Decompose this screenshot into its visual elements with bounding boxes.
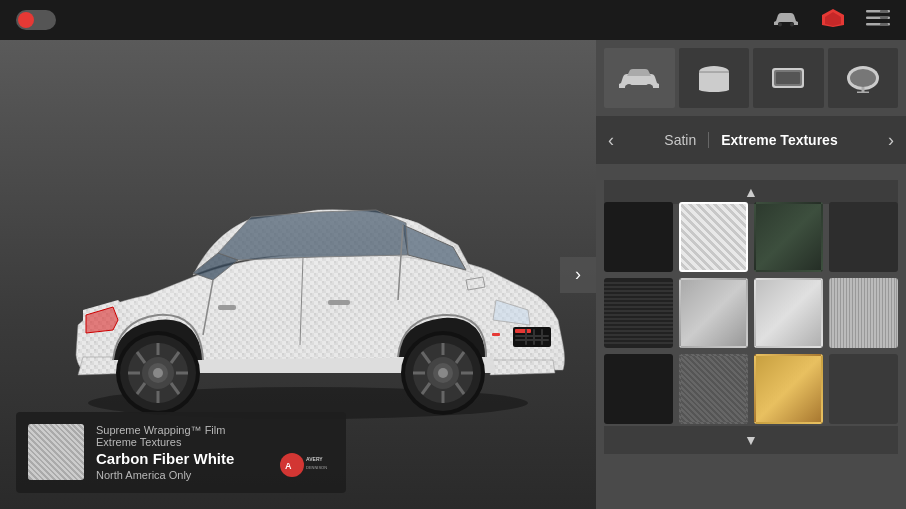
toggle-circle: [18, 12, 34, 28]
svg-text:DENNISON: DENNISON: [306, 465, 327, 470]
swatches-grid: [604, 202, 898, 424]
svg-text:A: A: [285, 461, 292, 471]
svg-point-0: [778, 22, 782, 26]
info-swatch: [28, 424, 84, 480]
color-selector: ‹ Satin Extreme Textures › ▲: [596, 116, 906, 509]
cat-name-extreme: Extreme Textures: [708, 132, 837, 148]
svg-rect-72: [776, 72, 800, 84]
swatch-silver[interactable]: [679, 278, 748, 348]
swatch-carbon-fiber-white[interactable]: [679, 202, 748, 272]
wrap-top-icon[interactable]: [820, 7, 846, 34]
svg-point-69: [646, 84, 652, 90]
swatch-carbon-black[interactable]: [604, 202, 673, 272]
svg-point-64: [280, 453, 304, 477]
toggle-switch[interactable]: [16, 10, 56, 30]
top-icons: [772, 7, 890, 34]
svg-point-61: [153, 368, 163, 378]
info-series: Supreme Wrapping™ Film Extreme Textures: [96, 424, 266, 448]
cat-prev-button[interactable]: ‹: [600, 116, 622, 164]
svg-rect-30: [525, 329, 527, 345]
top-bar: [0, 0, 906, 40]
info-name: Carbon Fiber White: [96, 450, 266, 467]
swatch-empty-1[interactable]: [829, 202, 898, 272]
svg-rect-8: [880, 16, 888, 19]
menu-top-icon[interactable]: [866, 9, 890, 32]
category-nav: ‹ Satin Extreme Textures ›: [596, 116, 906, 164]
swatch-dark-green[interactable]: [754, 202, 823, 272]
next-button[interactable]: ›: [560, 257, 596, 293]
svg-rect-9: [880, 23, 888, 26]
svg-rect-29: [515, 339, 549, 341]
car-top-icon[interactable]: [772, 8, 800, 33]
tab-hood[interactable]: [679, 48, 750, 108]
swatch-gold[interactable]: [754, 354, 823, 424]
svg-rect-63: [218, 305, 236, 310]
swatch-grey-texture[interactable]: [679, 354, 748, 424]
scroll-up-button[interactable]: ▲: [604, 180, 898, 204]
svg-rect-28: [515, 335, 549, 337]
cat-label: Satin Extreme Textures: [622, 132, 880, 148]
toggle-knob: [16, 10, 56, 30]
svg-point-47: [438, 368, 448, 378]
svg-rect-33: [492, 333, 500, 336]
svg-rect-7: [880, 10, 888, 13]
info-region: North America Only: [96, 469, 266, 481]
swatch-light-silver[interactable]: [754, 278, 823, 348]
cat-name-satin: Satin: [664, 132, 708, 148]
cat-next-button[interactable]: ›: [880, 116, 902, 164]
car-svg-wrap: [18, 105, 578, 445]
swatch-carbon-black-2[interactable]: [604, 354, 673, 424]
info-text: Supreme Wrapping™ Film Extreme Textures …: [96, 424, 266, 481]
swatch-rough-silver[interactable]: [829, 278, 898, 348]
svg-point-1: [790, 22, 794, 26]
right-panel: ‹ Satin Extreme Textures › ▲: [596, 40, 906, 509]
swatch-empty-2[interactable]: [829, 354, 898, 424]
avery-logo: A AVERY DENNISON: [278, 451, 334, 481]
svg-rect-32: [541, 329, 543, 345]
main-layout: › Supreme Wrapping™ Film Extreme Texture…: [0, 40, 906, 509]
swatches-area: ▲: [596, 164, 906, 509]
car-viewer: › Supreme Wrapping™ Film Extreme Texture…: [0, 40, 596, 509]
info-card: Supreme Wrapping™ Film Extreme Textures …: [16, 412, 346, 493]
svg-text:AVERY: AVERY: [306, 456, 323, 462]
swatch-black-texture[interactable]: [604, 278, 673, 348]
part-selector: [596, 40, 906, 116]
tab-full-car[interactable]: [604, 48, 675, 108]
svg-point-68: [626, 84, 632, 90]
svg-rect-31: [533, 329, 535, 345]
scroll-down-icon: ▼: [744, 432, 758, 448]
svg-point-74: [850, 69, 876, 87]
tab-mirror[interactable]: [828, 48, 899, 108]
tab-roof[interactable]: [753, 48, 824, 108]
svg-rect-62: [328, 300, 350, 305]
svg-rect-27: [515, 329, 531, 333]
scroll-up-icon: ▲: [744, 184, 758, 200]
scroll-down-button[interactable]: ▼: [604, 426, 898, 454]
